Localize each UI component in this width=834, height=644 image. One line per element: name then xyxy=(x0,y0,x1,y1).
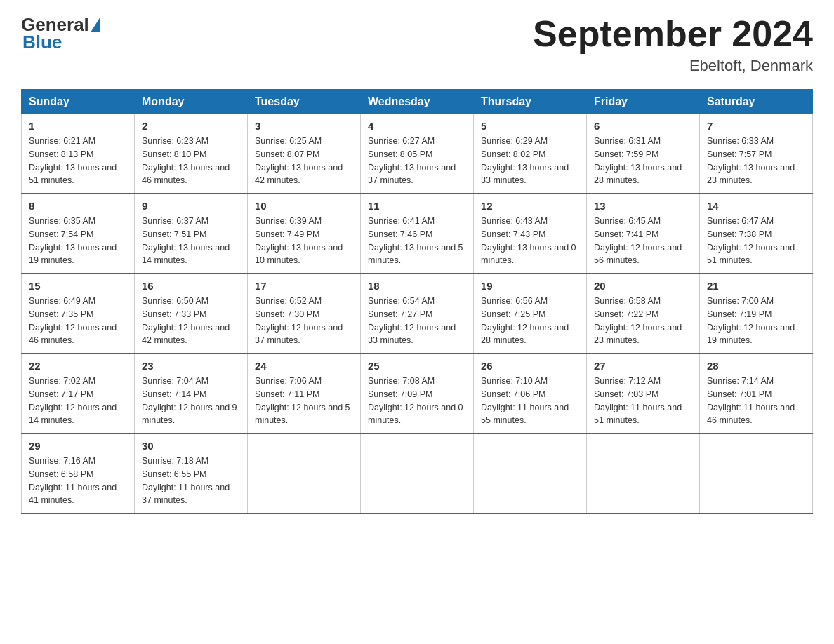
calendar-cell: 19 Sunrise: 6:56 AMSunset: 7:25 PMDaylig… xyxy=(474,274,587,354)
day-info: Sunrise: 7:10 AMSunset: 7:06 PMDaylight:… xyxy=(481,376,569,425)
day-number: 14 xyxy=(707,200,805,212)
calendar-cell: 17 Sunrise: 6:52 AMSunset: 7:30 PMDaylig… xyxy=(248,274,361,354)
day-number: 7 xyxy=(707,120,805,132)
day-number: 13 xyxy=(594,200,692,212)
day-info: Sunrise: 6:56 AMSunset: 7:25 PMDaylight:… xyxy=(481,296,569,345)
calendar-cell: 22 Sunrise: 7:02 AMSunset: 7:17 PMDaylig… xyxy=(22,354,135,434)
calendar-title: September 2024 xyxy=(533,14,813,54)
calendar-week-row: 29 Sunrise: 7:16 AMSunset: 6:58 PMDaylig… xyxy=(22,434,813,514)
day-info: Sunrise: 7:12 AMSunset: 7:03 PMDaylight:… xyxy=(594,376,682,425)
calendar-cell: 16 Sunrise: 6:50 AMSunset: 7:33 PMDaylig… xyxy=(135,274,248,354)
day-number: 21 xyxy=(707,280,805,292)
day-number: 9 xyxy=(142,200,240,212)
calendar-cell: 4 Sunrise: 6:27 AMSunset: 8:05 PMDayligh… xyxy=(361,114,474,194)
calendar-cell: 21 Sunrise: 7:00 AMSunset: 7:19 PMDaylig… xyxy=(700,274,813,354)
day-info: Sunrise: 6:29 AMSunset: 8:02 PMDaylight:… xyxy=(481,136,569,185)
day-number: 27 xyxy=(594,360,692,372)
day-number: 26 xyxy=(481,360,579,372)
calendar-cell xyxy=(361,434,474,514)
calendar-cell: 2 Sunrise: 6:23 AMSunset: 8:10 PMDayligh… xyxy=(135,114,248,194)
calendar-week-row: 8 Sunrise: 6:35 AMSunset: 7:54 PMDayligh… xyxy=(22,194,813,274)
calendar-title-block: September 2024 Ebeltoft, Denmark xyxy=(533,14,813,75)
day-info: Sunrise: 6:33 AMSunset: 7:57 PMDaylight:… xyxy=(707,136,795,185)
calendar-cell: 28 Sunrise: 7:14 AMSunset: 7:01 PMDaylig… xyxy=(700,354,813,434)
day-of-week-header: Thursday xyxy=(474,90,587,114)
day-number: 22 xyxy=(29,360,127,372)
calendar-cell: 9 Sunrise: 6:37 AMSunset: 7:51 PMDayligh… xyxy=(135,194,248,274)
day-info: Sunrise: 7:06 AMSunset: 7:11 PMDaylight:… xyxy=(255,376,350,425)
day-info: Sunrise: 6:37 AMSunset: 7:51 PMDaylight:… xyxy=(142,216,230,265)
day-info: Sunrise: 6:58 AMSunset: 7:22 PMDaylight:… xyxy=(594,296,682,345)
day-info: Sunrise: 6:41 AMSunset: 7:46 PMDaylight:… xyxy=(368,216,463,265)
day-info: Sunrise: 6:39 AMSunset: 7:49 PMDaylight:… xyxy=(255,216,343,265)
calendar-cell: 29 Sunrise: 7:16 AMSunset: 6:58 PMDaylig… xyxy=(22,434,135,514)
day-info: Sunrise: 6:35 AMSunset: 7:54 PMDaylight:… xyxy=(29,216,117,265)
day-number: 10 xyxy=(255,200,353,212)
day-number: 25 xyxy=(368,360,466,372)
day-number: 18 xyxy=(368,280,466,292)
day-of-week-header: Monday xyxy=(135,90,248,114)
calendar-cell: 14 Sunrise: 6:47 AMSunset: 7:38 PMDaylig… xyxy=(700,194,813,274)
page-header: General Blue September 2024 Ebeltoft, De… xyxy=(21,14,813,75)
calendar-cell: 1 Sunrise: 6:21 AMSunset: 8:13 PMDayligh… xyxy=(22,114,135,194)
calendar-week-row: 1 Sunrise: 6:21 AMSunset: 8:13 PMDayligh… xyxy=(22,114,813,194)
calendar-cell: 5 Sunrise: 6:29 AMSunset: 8:02 PMDayligh… xyxy=(474,114,587,194)
day-info: Sunrise: 6:21 AMSunset: 8:13 PMDaylight:… xyxy=(29,136,117,185)
calendar-cell: 3 Sunrise: 6:25 AMSunset: 8:07 PMDayligh… xyxy=(248,114,361,194)
calendar-table: SundayMondayTuesdayWednesdayThursdayFrid… xyxy=(21,89,813,514)
calendar-cell: 12 Sunrise: 6:43 AMSunset: 7:43 PMDaylig… xyxy=(474,194,587,274)
day-of-week-header: Tuesday xyxy=(248,90,361,114)
calendar-cell: 7 Sunrise: 6:33 AMSunset: 7:57 PMDayligh… xyxy=(700,114,813,194)
day-number: 15 xyxy=(29,280,127,292)
calendar-cell: 30 Sunrise: 7:18 AMSunset: 6:55 PMDaylig… xyxy=(135,434,248,514)
logo-triangle-icon xyxy=(91,17,100,32)
calendar-cell: 13 Sunrise: 6:45 AMSunset: 7:41 PMDaylig… xyxy=(587,194,700,274)
day-number: 29 xyxy=(29,440,127,452)
day-number: 24 xyxy=(255,360,353,372)
day-info: Sunrise: 7:08 AMSunset: 7:09 PMDaylight:… xyxy=(368,376,463,425)
day-number: 1 xyxy=(29,120,127,132)
day-of-week-header: Saturday xyxy=(700,90,813,114)
day-info: Sunrise: 6:52 AMSunset: 7:30 PMDaylight:… xyxy=(255,296,343,345)
calendar-header-row: SundayMondayTuesdayWednesdayThursdayFrid… xyxy=(22,90,813,114)
day-of-week-header: Sunday xyxy=(22,90,135,114)
calendar-cell: 11 Sunrise: 6:41 AMSunset: 7:46 PMDaylig… xyxy=(361,194,474,274)
calendar-cell: 20 Sunrise: 6:58 AMSunset: 7:22 PMDaylig… xyxy=(587,274,700,354)
day-number: 28 xyxy=(707,360,805,372)
day-info: Sunrise: 7:18 AMSunset: 6:55 PMDaylight:… xyxy=(142,456,230,505)
calendar-subtitle: Ebeltoft, Denmark xyxy=(533,57,813,75)
calendar-cell: 18 Sunrise: 6:54 AMSunset: 7:27 PMDaylig… xyxy=(361,274,474,354)
day-number: 5 xyxy=(481,120,579,132)
day-number: 4 xyxy=(368,120,466,132)
day-number: 3 xyxy=(255,120,353,132)
day-info: Sunrise: 6:45 AMSunset: 7:41 PMDaylight:… xyxy=(594,216,682,265)
calendar-cell: 24 Sunrise: 7:06 AMSunset: 7:11 PMDaylig… xyxy=(248,354,361,434)
day-info: Sunrise: 7:04 AMSunset: 7:14 PMDaylight:… xyxy=(142,376,237,425)
day-info: Sunrise: 6:47 AMSunset: 7:38 PMDaylight:… xyxy=(707,216,795,265)
day-info: Sunrise: 6:43 AMSunset: 7:43 PMDaylight:… xyxy=(481,216,576,265)
calendar-cell: 8 Sunrise: 6:35 AMSunset: 7:54 PMDayligh… xyxy=(22,194,135,274)
day-number: 12 xyxy=(481,200,579,212)
calendar-cell: 26 Sunrise: 7:10 AMSunset: 7:06 PMDaylig… xyxy=(474,354,587,434)
calendar-cell: 15 Sunrise: 6:49 AMSunset: 7:35 PMDaylig… xyxy=(22,274,135,354)
day-info: Sunrise: 6:50 AMSunset: 7:33 PMDaylight:… xyxy=(142,296,230,345)
day-info: Sunrise: 6:54 AMSunset: 7:27 PMDaylight:… xyxy=(368,296,456,345)
calendar-cell xyxy=(248,434,361,514)
calendar-cell: 25 Sunrise: 7:08 AMSunset: 7:09 PMDaylig… xyxy=(361,354,474,434)
calendar-cell: 23 Sunrise: 7:04 AMSunset: 7:14 PMDaylig… xyxy=(135,354,248,434)
day-number: 16 xyxy=(142,280,240,292)
day-number: 8 xyxy=(29,200,127,212)
day-info: Sunrise: 6:49 AMSunset: 7:35 PMDaylight:… xyxy=(29,296,117,345)
calendar-cell xyxy=(587,434,700,514)
calendar-cell: 27 Sunrise: 7:12 AMSunset: 7:03 PMDaylig… xyxy=(587,354,700,434)
day-number: 17 xyxy=(255,280,353,292)
logo-blue-text: Blue xyxy=(22,32,62,53)
day-of-week-header: Friday xyxy=(587,90,700,114)
calendar-cell xyxy=(474,434,587,514)
day-number: 20 xyxy=(594,280,692,292)
day-info: Sunrise: 6:27 AMSunset: 8:05 PMDaylight:… xyxy=(368,136,456,185)
calendar-cell: 6 Sunrise: 6:31 AMSunset: 7:59 PMDayligh… xyxy=(587,114,700,194)
logo: General Blue xyxy=(21,14,100,53)
day-info: Sunrise: 7:02 AMSunset: 7:17 PMDaylight:… xyxy=(29,376,117,425)
day-number: 19 xyxy=(481,280,579,292)
